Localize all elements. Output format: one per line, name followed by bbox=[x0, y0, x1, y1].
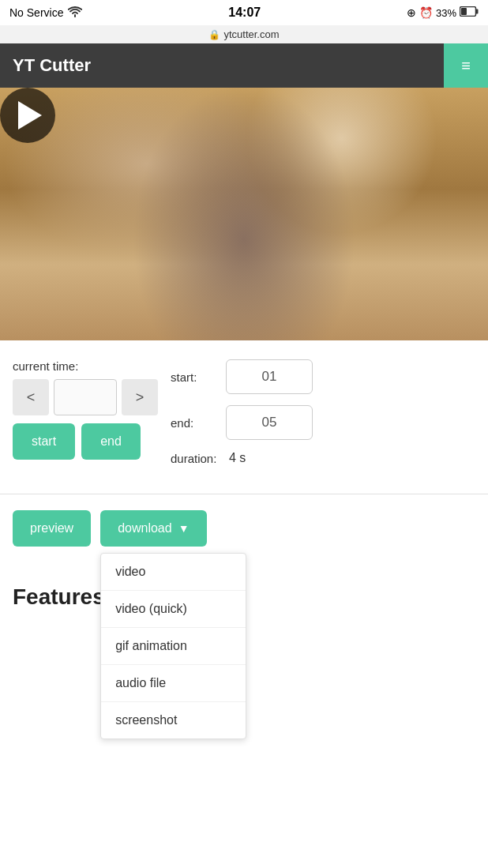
play-triangle-icon bbox=[18, 101, 42, 130]
left-controls: current time: < > start end bbox=[13, 359, 158, 460]
duration-value: 4 s bbox=[229, 451, 246, 465]
signal-label: No Service bbox=[9, 6, 63, 19]
status-bar: No Service 14:07 ⊕ ⏰ 33% bbox=[0, 0, 488, 25]
end-label: end: bbox=[171, 416, 226, 430]
dropdown-item-video[interactable]: video bbox=[101, 554, 246, 591]
right-controls: start: end: duration: 4 s bbox=[171, 359, 475, 465]
dropdown-item-screenshot[interactable]: screenshot bbox=[101, 702, 246, 738]
prev-frame-button[interactable]: < bbox=[13, 379, 49, 415]
duration-label: duration: bbox=[171, 452, 226, 465]
start-end-buttons: start end bbox=[13, 423, 158, 460]
end-input[interactable] bbox=[226, 405, 313, 440]
duration-row: duration: 4 s bbox=[171, 451, 475, 465]
play-button[interactable] bbox=[0, 88, 55, 143]
url-text: ytcutter.com bbox=[223, 28, 279, 40]
start-label: start: bbox=[171, 370, 226, 384]
status-time: 14:07 bbox=[228, 6, 261, 20]
lock-icon: 🔒 bbox=[208, 29, 220, 40]
gps-icon: ⊕ bbox=[407, 6, 416, 19]
current-time-input[interactable] bbox=[54, 379, 117, 415]
download-label: download bbox=[118, 521, 172, 535]
current-time-label: current time: bbox=[13, 359, 158, 373]
status-right: ⊕ ⏰ 33% bbox=[407, 6, 479, 19]
controls-section: current time: < > start end start: end: bbox=[0, 340, 488, 478]
dropdown-item-video-quick[interactable]: video (quick) bbox=[101, 591, 246, 628]
download-dropdown-menu: video video (quick) gif animation audio … bbox=[100, 553, 246, 739]
start-input[interactable] bbox=[226, 359, 313, 394]
action-row: preview download ▼ video video (quick) g… bbox=[0, 510, 488, 547]
alarm-icon: ⏰ bbox=[419, 6, 433, 19]
dropdown-item-audio[interactable]: audio file bbox=[101, 665, 246, 702]
status-left: No Service bbox=[9, 6, 82, 20]
menu-button[interactable]: ≡ bbox=[444, 43, 488, 88]
next-frame-button[interactable]: > bbox=[122, 379, 158, 415]
end-field-row: end: bbox=[171, 405, 475, 440]
time-nav: < > bbox=[13, 379, 158, 415]
preview-button[interactable]: preview bbox=[13, 510, 91, 547]
battery-icon bbox=[460, 6, 479, 19]
svg-rect-2 bbox=[461, 8, 467, 15]
download-btn-wrap: download ▼ video video (quick) gif anima… bbox=[100, 510, 206, 547]
controls-row: current time: < > start end start: end: bbox=[13, 359, 475, 465]
svg-rect-1 bbox=[475, 9, 478, 14]
app-header: YT Cutter ≡ bbox=[0, 43, 488, 88]
dropdown-item-gif[interactable]: gif animation bbox=[101, 628, 246, 665]
dropdown-arrow-icon: ▼ bbox=[178, 522, 190, 535]
url-bar: 🔒 ytcutter.com bbox=[0, 25, 488, 43]
divider bbox=[0, 494, 488, 494]
battery-percent: 33% bbox=[436, 7, 456, 19]
start-field-row: start: bbox=[171, 359, 475, 394]
wifi-icon bbox=[68, 6, 82, 20]
set-end-button[interactable]: end bbox=[81, 423, 141, 460]
download-button[interactable]: download ▼ bbox=[100, 510, 206, 547]
video-container[interactable] bbox=[0, 88, 488, 340]
set-start-button[interactable]: start bbox=[13, 423, 75, 460]
app-title: YT Cutter bbox=[13, 55, 91, 76]
